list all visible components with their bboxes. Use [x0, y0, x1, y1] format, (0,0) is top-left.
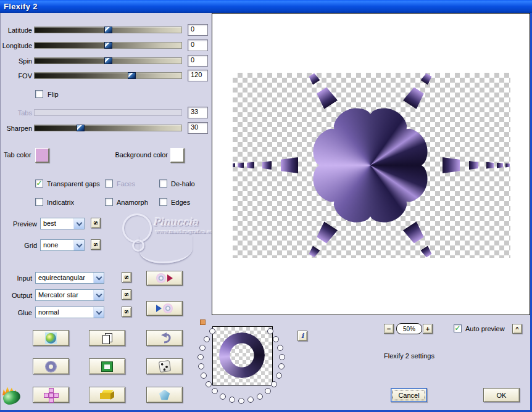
crystal-button[interactable] [146, 387, 183, 403]
transparent-gaps-checkbox[interactable]: ✓ [35, 179, 43, 187]
cube-net-button[interactable] [33, 387, 69, 403]
tab-color-swatch[interactable] [35, 148, 49, 163]
auto-preview-checkbox[interactable]: ✓ [454, 324, 462, 332]
dial-dot[interactable] [278, 363, 285, 369]
preview-select[interactable]: best [40, 218, 85, 229]
sharpen-slider-handle[interactable] [77, 125, 85, 131]
frame-button[interactable] [89, 358, 125, 374]
input-seed-button[interactable]: s [122, 272, 131, 282]
title-bar[interactable]: Flexify 2 [0, 0, 532, 13]
edges-checkbox[interactable] [159, 198, 167, 206]
zoom-level-display[interactable]: 50% [396, 323, 422, 334]
ray-segment [497, 163, 503, 168]
tabs-value-field[interactable]: 33 [188, 107, 208, 118]
watermark-name: Pinuccia [153, 216, 198, 228]
dial-dot[interactable] [238, 398, 244, 404]
chevron-down-icon[interactable] [73, 218, 84, 229]
latitude-value-field[interactable]: 0 [188, 24, 208, 36]
ray-segment [308, 245, 320, 258]
de-halo-checkbox[interactable] [159, 179, 167, 187]
output-seed-button[interactable]: s [122, 289, 131, 300]
zoom-in-button[interactable]: + [423, 324, 433, 334]
dial-marker[interactable] [200, 319, 206, 325]
random-button[interactable] [146, 358, 183, 374]
glue-select[interactable]: normal [35, 307, 104, 318]
dial-dot[interactable] [206, 381, 212, 387]
dial-dot[interactable] [198, 363, 204, 369]
dial-dot[interactable] [220, 393, 226, 400]
output-select-value: Mercator star [38, 291, 78, 299]
ray-segment [420, 245, 433, 258]
cancel-button[interactable]: Cancel [391, 388, 427, 402]
undo-arrow-icon [159, 332, 171, 344]
green-frame-icon [102, 362, 112, 371]
flip-checkbox[interactable] [35, 90, 43, 98]
ray-segment [505, 163, 510, 168]
dial-dot[interactable] [276, 373, 282, 379]
longitude-slider[interactable] [34, 42, 182, 49]
longitude-value-field[interactable]: 0 [188, 39, 208, 51]
brick-button[interactable] [89, 387, 125, 403]
background-color-swatch[interactable] [170, 148, 185, 163]
anamorph-label: Anamorph [117, 199, 148, 206]
dial-dot[interactable] [277, 345, 283, 351]
dial-dot[interactable] [204, 336, 210, 342]
watermark-url: www.maidiragrafica.eu [156, 229, 214, 234]
background-color-label: Background color [114, 151, 168, 159]
dial-dot[interactable] [229, 397, 235, 403]
torus-button[interactable] [33, 358, 69, 374]
dial-dot[interactable] [279, 354, 285, 360]
copy-pages-icon [102, 333, 112, 343]
ok-button[interactable]: OK [483, 388, 520, 402]
dial-dot[interactable] [271, 381, 277, 387]
dial-dot[interactable] [201, 373, 207, 379]
save-image-button[interactable] [146, 301, 183, 316]
input-select[interactable]: equirectangular [35, 272, 104, 284]
load-image-button[interactable] [146, 271, 183, 286]
rotation-dial [195, 315, 294, 410]
glue-seed-button[interactable]: s [122, 307, 131, 317]
anamorph-checkbox[interactable] [105, 198, 113, 206]
globe-button[interactable] [33, 330, 69, 346]
collapse-button[interactable]: ^ [512, 324, 522, 334]
zoom-out-button[interactable]: − [384, 324, 394, 334]
chevron-down-icon[interactable] [93, 307, 104, 318]
fov-value-field[interactable]: 120 [188, 70, 208, 81]
dial-dot[interactable] [265, 388, 271, 394]
indicatrix-checkbox[interactable] [35, 198, 43, 206]
dial-dot[interactable] [247, 397, 254, 403]
ray-segment [403, 86, 426, 109]
input-combo-label: Input [1, 274, 32, 282]
longitude-slider-handle[interactable] [104, 42, 112, 49]
grid-select[interactable]: none [40, 239, 85, 251]
spin-value-field[interactable]: 0 [188, 55, 208, 67]
dial-dot[interactable] [212, 388, 218, 394]
preview-seed-button[interactable]: s [91, 218, 101, 228]
chevron-down-icon[interactable] [73, 240, 84, 250]
edges-label: Edges [171, 199, 190, 206]
ray-segment [281, 157, 298, 173]
dial-dot[interactable] [197, 354, 204, 360]
grid-seed-button[interactable]: s [91, 239, 101, 250]
undo-button[interactable] [146, 330, 183, 346]
latitude-slider[interactable] [34, 27, 182, 33]
latitude-slider-handle[interactable] [104, 27, 112, 33]
preview-canvas[interactable] [212, 13, 530, 315]
sharpen-value-field[interactable]: 30 [188, 122, 208, 134]
fov-slider[interactable] [34, 72, 182, 79]
chevron-down-icon[interactable] [93, 273, 104, 283]
spin-slider[interactable] [34, 57, 182, 64]
flaming-pear-logo[interactable] [1, 386, 27, 407]
sharpen-slider[interactable] [34, 125, 182, 131]
output-select[interactable]: Mercator star [35, 289, 104, 301]
copy-button[interactable] [89, 330, 125, 346]
chevron-down-icon[interactable] [93, 290, 104, 300]
dial-dot[interactable] [257, 393, 263, 400]
info-button[interactable]: i [297, 331, 307, 341]
thumbnail-preview[interactable] [212, 326, 273, 385]
dial-dot[interactable] [273, 336, 279, 342]
spin-slider-handle[interactable] [104, 57, 112, 64]
dial-dot[interactable] [267, 328, 273, 334]
dial-dot[interactable] [199, 345, 206, 351]
fov-slider-handle[interactable] [128, 72, 136, 79]
